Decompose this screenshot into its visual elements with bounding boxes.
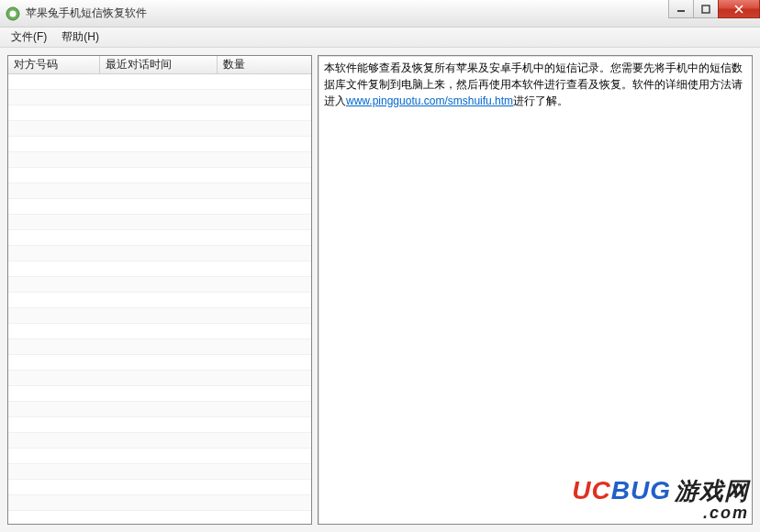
minimize-button[interactable] — [668, 0, 694, 18]
maximize-button[interactable] — [693, 0, 719, 18]
table-row — [8, 495, 311, 511]
table-row — [8, 215, 311, 230]
svg-rect-3 — [702, 6, 710, 13]
window-controls — [669, 0, 760, 18]
table-row — [8, 105, 311, 121]
table-body[interactable] — [8, 74, 311, 524]
table-header: 对方号码 最近对话时间 数量 — [8, 56, 311, 74]
table-row — [8, 74, 311, 90]
column-header-time[interactable]: 最近对话时间 — [100, 56, 218, 73]
table-row — [8, 168, 311, 183]
table-row — [8, 339, 311, 355]
table-row — [8, 293, 311, 308]
content-area: 对方号码 最近对话时间 数量 — [0, 48, 760, 532]
column-header-count[interactable]: 数量 — [218, 56, 311, 73]
table-row — [8, 152, 311, 168]
title-bar: 苹果兔手机短信恢复软件 — [0, 0, 760, 28]
menu-file[interactable]: 文件(F) — [4, 28, 54, 47]
table-row — [8, 355, 311, 371]
table-row — [8, 386, 311, 402]
info-text-2: 进行了解。 — [513, 94, 568, 107]
table-row — [8, 324, 311, 339]
table-row — [8, 230, 311, 246]
app-icon — [6, 6, 20, 21]
table-row — [8, 137, 311, 152]
table-row — [8, 433, 311, 449]
table-row — [8, 246, 311, 261]
left-panel: 对方号码 最近对话时间 数量 — [7, 55, 312, 525]
table-row — [8, 277, 311, 293]
svg-rect-2 — [677, 10, 685, 12]
table-row — [8, 183, 311, 199]
table-row — [8, 480, 311, 495]
table-row — [8, 449, 311, 464]
menu-help[interactable]: 帮助(H) — [54, 28, 106, 47]
svg-point-1 — [10, 10, 17, 17]
right-panel: 本软件能够查看及恢复所有苹果及安卓手机中的短信记录。您需要先将手机中的短信数据库… — [318, 55, 753, 525]
window-title: 苹果兔手机短信恢复软件 — [26, 6, 147, 21]
table-row — [8, 90, 311, 105]
table-row — [8, 402, 311, 417]
table-row — [8, 199, 311, 215]
column-header-phone[interactable]: 对方号码 — [8, 56, 100, 73]
table-row — [8, 308, 311, 324]
table-row — [8, 121, 311, 137]
table-row — [8, 371, 311, 386]
info-link[interactable]: www.pingguotu.com/smshuifu.htm — [346, 94, 513, 107]
table-row — [8, 261, 311, 277]
close-button[interactable] — [718, 0, 760, 18]
table-row — [8, 417, 311, 433]
table-row — [8, 464, 311, 480]
menu-bar: 文件(F) 帮助(H) — [0, 28, 760, 48]
